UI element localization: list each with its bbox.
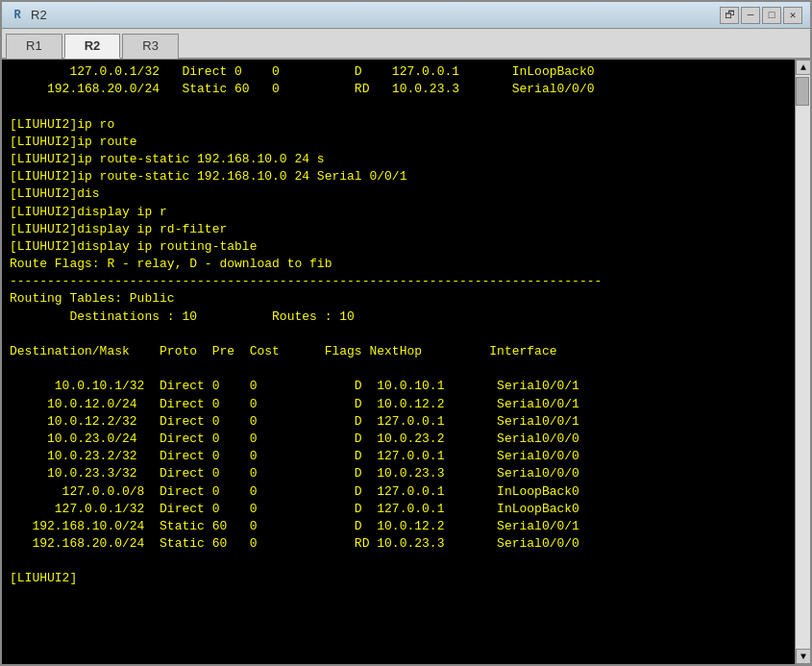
- content-area: 127.0.0.1/32 Direct 0 0 D 127.0.0.1 InLo…: [2, 60, 810, 664]
- tab-bar: R1 R2 R3: [2, 29, 810, 60]
- title-controls: 🗗 ─ □ ✕: [720, 7, 802, 24]
- restore-button[interactable]: 🗗: [720, 7, 739, 24]
- title-bar-left: R R2: [10, 8, 47, 23]
- maximize-button[interactable]: □: [762, 7, 781, 24]
- title-bar: R R2 🗗 ─ □ ✕: [2, 2, 810, 29]
- tab-r1[interactable]: R1: [6, 34, 62, 59]
- scroll-track[interactable]: [796, 75, 810, 649]
- app-icon: R: [10, 8, 25, 23]
- terminal-output[interactable]: 127.0.0.1/32 Direct 0 0 D 127.0.0.1 InLo…: [2, 60, 795, 664]
- close-button[interactable]: ✕: [783, 7, 802, 24]
- scroll-down-button[interactable]: ▼: [796, 649, 810, 664]
- main-window: R R2 🗗 ─ □ ✕ R1 R2 R3 127.0.0.1/32 Direc…: [0, 0, 812, 666]
- window-title: R2: [31, 8, 47, 22]
- minimize-button[interactable]: ─: [741, 7, 760, 24]
- scroll-up-button[interactable]: ▲: [796, 60, 810, 75]
- tab-r3[interactable]: R3: [122, 34, 179, 59]
- scrollbar: ▲ ▼: [795, 60, 810, 664]
- scroll-thumb[interactable]: [796, 77, 809, 106]
- tab-r2[interactable]: R2: [64, 34, 121, 59]
